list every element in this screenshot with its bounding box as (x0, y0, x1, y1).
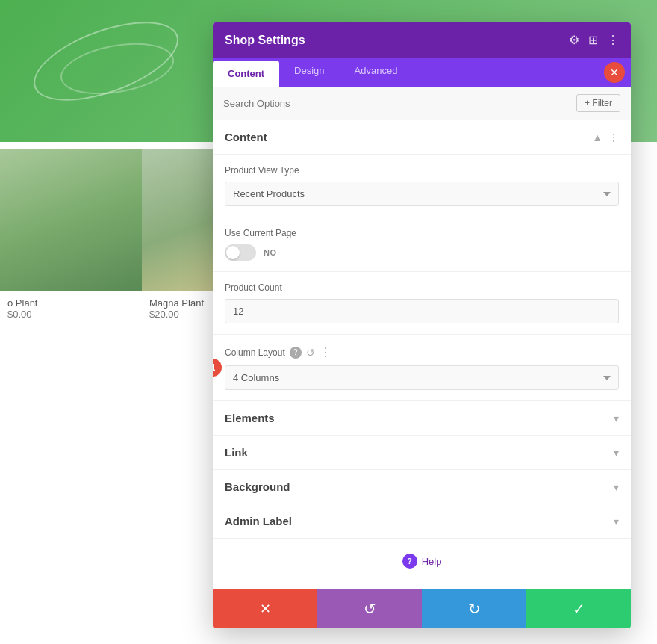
product-view-type-field: Product View Type Recent Products Featur… (213, 155, 631, 217)
section-title: Content (225, 131, 267, 143)
product-count-label: Product Count (225, 282, 619, 293)
header-icons: ⚙ ⊞ ⋮ (569, 33, 619, 47)
product-price: $0.00 (7, 309, 134, 320)
product-card: o Plant $0.00 (0, 149, 142, 326)
section-header[interactable]: Content ▲ ⋮ (213, 120, 631, 155)
close-button[interactable]: ✕ (604, 62, 625, 83)
product-count-input[interactable] (225, 299, 619, 323)
toggle-knob (226, 246, 240, 259)
cancel-icon: ✕ (260, 601, 271, 617)
redo-button[interactable]: ↻ (422, 589, 526, 628)
section-controls: ▲ ⋮ (592, 131, 619, 143)
undo-icon: ↺ (364, 600, 376, 618)
settings-panel: Shop Settings ⚙ ⊞ ⋮ Content Design Advan… (213, 22, 631, 628)
use-current-page-label: Use Current Page (225, 228, 619, 238)
tab-content[interactable]: Content (213, 61, 279, 87)
column-layout-label-row: Column Layout ? ↺ ⋮ (225, 345, 619, 359)
column-layout-reset-icon[interactable]: ↺ (306, 347, 315, 359)
elements-label: Elements (225, 412, 275, 424)
background-label: Background (225, 480, 290, 493)
help-footer: ? Help (213, 539, 631, 583)
use-current-page-field: Use Current Page NO (213, 217, 631, 272)
action-bar: ✕ ↺ ↻ ✓ (213, 589, 631, 628)
column-layout-more-icon[interactable]: ⋮ (320, 345, 331, 359)
cancel-button[interactable]: ✕ (213, 589, 317, 628)
toggle-state-label: NO (264, 248, 277, 257)
help-label: Help (422, 556, 442, 567)
help-circle-icon: ? (402, 554, 417, 569)
admin-label-chevron-icon: ▾ (614, 515, 619, 527)
product-view-type-label: Product View Type (225, 165, 619, 176)
panel-header: Shop Settings ⚙ ⊞ ⋮ (213, 22, 631, 58)
column-layout-help-icon[interactable]: ? (290, 347, 302, 359)
link-label: Link (225, 446, 248, 459)
tab-design[interactable]: Design (279, 58, 339, 87)
search-input[interactable] (223, 98, 576, 109)
background-chevron-icon: ▾ (614, 481, 619, 493)
panel-body: Content ▲ ⋮ Product View Type Recent Pro… (213, 120, 631, 628)
undo-button[interactable]: ↺ (317, 589, 422, 628)
elements-section[interactable]: Elements ▾ (213, 401, 631, 436)
content-section: Content ▲ ⋮ Product View Type Recent Pro… (213, 120, 631, 401)
tab-close-area: ✕ (604, 58, 631, 87)
panel-title: Shop Settings (225, 34, 305, 47)
save-button[interactable]: ✓ (526, 589, 631, 628)
column-layout-field: 1 Column Layout ? ↺ ⋮ 1 Column 2 Columns… (213, 335, 631, 401)
column-layout-select[interactable]: 1 Column 2 Columns 3 Columns 4 Columns 5… (225, 365, 619, 390)
admin-label-section[interactable]: Admin Label ▾ (213, 504, 631, 539)
search-bar: + Filter (213, 87, 631, 120)
link-chevron-icon: ▾ (614, 447, 619, 459)
layout-icon[interactable]: ⊞ (588, 33, 598, 47)
toggle-row: NO (225, 244, 619, 261)
product-name: o Plant (7, 297, 134, 309)
settings-icon[interactable]: ⚙ (569, 33, 579, 47)
filter-button[interactable]: + Filter (576, 94, 620, 112)
link-section[interactable]: Link ▾ (213, 436, 631, 470)
product-image (0, 149, 142, 291)
step-badge: 1 (213, 359, 222, 377)
column-layout-label: Column Layout (225, 347, 285, 358)
elements-chevron-icon: ▾ (614, 412, 619, 424)
section-more-icon[interactable]: ⋮ (608, 131, 619, 143)
product-view-type-select[interactable]: Recent Products Featured Products Sale P… (225, 182, 619, 206)
help-link[interactable]: ? Help (228, 554, 616, 569)
tab-advanced[interactable]: Advanced (340, 58, 413, 87)
collapse-icon[interactable]: ▲ (592, 131, 602, 143)
background-section[interactable]: Background ▾ (213, 470, 631, 504)
product-info: o Plant $0.00 (0, 291, 142, 326)
product-count-field: Product Count (213, 272, 631, 335)
redo-icon: ↻ (468, 600, 481, 618)
save-icon: ✓ (573, 600, 585, 618)
admin-label-label: Admin Label (225, 515, 292, 527)
panel-tabs: Content Design Advanced ✕ (213, 58, 631, 87)
use-current-page-toggle[interactable] (225, 244, 256, 261)
more-options-icon[interactable]: ⋮ (607, 33, 619, 47)
